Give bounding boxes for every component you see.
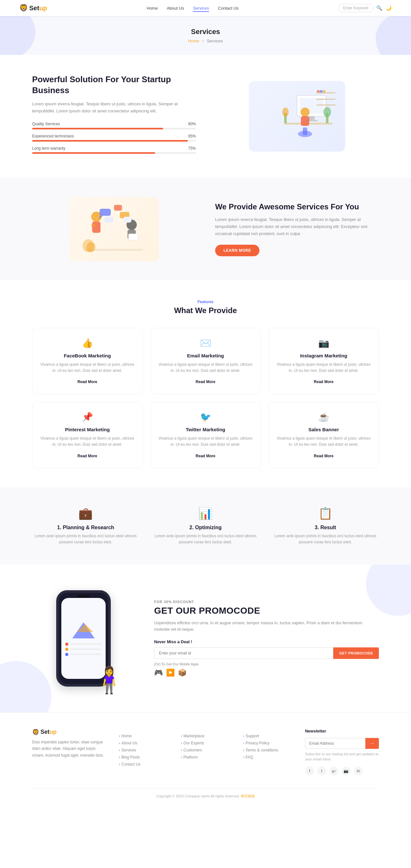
logo[interactable]: 🦁 Setup: [19, 4, 47, 12]
footer-newsletter: Newsletter → Subscribe to our mailing li…: [305, 728, 379, 776]
footer-link-support[interactable]: › Support: [243, 734, 292, 738]
blob-right: [376, 16, 411, 55]
process-icon-0: 💼: [32, 507, 139, 520]
service-card-2: 📷 Instagram Marketing Vivamus a ligula q…: [268, 328, 379, 394]
promo-email-input[interactable]: [154, 647, 333, 659]
process-icon-1: 📊: [152, 507, 259, 520]
card-link-1[interactable]: Read More: [195, 379, 215, 384]
card-icon-4: 🐦: [158, 412, 253, 422]
breadcrumb-current: Services: [207, 38, 223, 43]
newsletter-input-row: →: [305, 738, 379, 749]
search-placeholder: Enter Keyword: [343, 6, 368, 10]
footer-brand: 🦁 Setup Duis imperdiet sapien tortor, vi…: [32, 728, 106, 776]
service-card-0: 👍 FaceBook Marketing Vivamus a ligula qu…: [32, 328, 143, 394]
social-googleplus[interactable]: g+: [329, 767, 339, 776]
card-link-0[interactable]: Read More: [77, 379, 97, 384]
card-icon-5: ☕: [277, 412, 371, 422]
process-desc-1: Lorem ante ipsum primis in faucibus orci…: [152, 533, 259, 545]
card-icon-1: ✉️: [158, 338, 253, 348]
card-link-2[interactable]: Read More: [314, 379, 333, 384]
progress-value-1: 95%: [188, 134, 196, 138]
card-title-4: Twitter Marketing: [158, 427, 253, 432]
card-title-2: Instagram Marketing: [277, 353, 371, 359]
promo-content: FOR 30% DISCOUNT GET OUR PROMOCODE Uspen…: [154, 600, 379, 677]
promo-phone: 🧍‍♀️: [32, 584, 135, 693]
svg-rect-25: [99, 209, 111, 216]
phone-mountain-graphic: [71, 621, 96, 640]
nav-about[interactable]: About Us: [167, 6, 184, 10]
svg-rect-6: [303, 127, 307, 135]
powerful-illustration: [215, 81, 379, 152]
svg-rect-24: [128, 234, 138, 240]
main-nav: Home About Us Services Contact Us: [147, 5, 239, 10]
service-card-4: 🐦 Twitter Marketing Vivamus a ligula qua…: [150, 402, 261, 468]
footer-link-experts[interactable]: › Our Experts: [181, 741, 230, 745]
svg-rect-30: [124, 217, 131, 222]
card-link-5[interactable]: Read More: [314, 454, 333, 458]
footer-link-customers[interactable]: › Customers: [181, 748, 230, 752]
theme-toggle-button[interactable]: 🌙: [386, 5, 392, 11]
card-link-4[interactable]: Read More: [195, 454, 215, 458]
nav-home[interactable]: Home: [147, 6, 158, 10]
footer-link-terms[interactable]: › Terms & conditions: [243, 748, 292, 752]
footer-link-blog[interactable]: › Blog Posts: [119, 755, 168, 760]
process-desc-0: Lorem ante ipsum primis in faucibus orci…: [32, 533, 139, 545]
progress-value-0: 80%: [188, 122, 196, 126]
svg-point-7: [301, 107, 310, 117]
search-button[interactable]: 🔍: [376, 5, 382, 11]
svg-marker-35: [77, 624, 93, 632]
logo-text: Setup: [29, 4, 47, 12]
footer-col-1: › Home › About Us › Services › Blog Post…: [119, 728, 168, 776]
footer-link-contact[interactable]: › Contact Us: [119, 762, 168, 767]
social-instagram[interactable]: 📷: [342, 767, 351, 776]
logo-icon: 🦁: [19, 4, 28, 12]
powerful-text: Powerful Solution For Your Startup Busin…: [32, 74, 196, 158]
service-card-5: ☕ Sales Banner Vivamus a ligula quam tes…: [268, 402, 379, 468]
powerful-desc: Lorem ipsum viverra feugiat. Tesque libe…: [32, 100, 196, 115]
breadcrumb-separator: ›: [202, 38, 203, 43]
social-twitter[interactable]: t: [317, 767, 326, 776]
newsletter-note: Subscribe to our mailing list and get up…: [305, 751, 379, 762]
breadcrumb-home[interactable]: Home: [188, 38, 199, 43]
newsletter-submit-button[interactable]: →: [366, 738, 379, 749]
footer-logo[interactable]: 🦁 Setup: [32, 728, 106, 736]
newsletter-email-input[interactable]: [305, 738, 366, 749]
footer-link-marketplace[interactable]: › Marketplace: [181, 734, 230, 738]
nav-services[interactable]: Services: [193, 6, 209, 12]
social-icons-row: f t g+ 📷 in: [305, 767, 379, 776]
page-title: Services: [0, 28, 411, 36]
svg-rect-14: [316, 99, 336, 100]
footer-logo-text: Setup: [40, 728, 57, 735]
footer-link-platform[interactable]: › Platform: [181, 755, 230, 760]
process-item-2: 📋 3. Result Lorem ante ipsum primis in f…: [272, 507, 379, 545]
card-desc-3: Vivamus a ligula quam tesque et libero u…: [40, 435, 134, 448]
footer-link-privacy[interactable]: › Privacy Policy: [243, 741, 292, 745]
app-badge-2[interactable]: 📦: [178, 669, 187, 677]
svg-point-10: [323, 107, 331, 117]
progress-label-1: Experienced technicians: [32, 134, 74, 138]
footer-col-2: › Marketplace › Our Experts › Customers …: [181, 728, 230, 776]
card-title-1: Email Marketing: [158, 353, 253, 359]
learn-more-button[interactable]: LEARN MORE: [215, 245, 259, 256]
get-promocode-button[interactable]: GET PROMOCODE: [333, 647, 379, 659]
svg-rect-29: [104, 217, 113, 222]
footer-link-services[interactable]: › Services: [119, 748, 168, 752]
social-facebook[interactable]: f: [305, 767, 314, 776]
footer-link-home[interactable]: › Home: [119, 734, 168, 738]
footer-bottom: Copyright © 2023.Company name All rights…: [32, 788, 379, 799]
nav-contact[interactable]: Contact Us: [218, 6, 239, 10]
features-section: Features What We Provide 👍 FaceBook Mark…: [0, 280, 411, 488]
app-badge-0[interactable]: 🎮: [154, 669, 163, 677]
footer-link-about[interactable]: › About Us: [119, 741, 168, 745]
awesome-desc: Lorem ipsum viverra feugiat. Tesque libe…: [215, 216, 379, 237]
svg-rect-18: [323, 90, 325, 92]
card-link-3[interactable]: Read More: [77, 454, 97, 458]
social-linkedin[interactable]: in: [354, 767, 363, 776]
footer-logo-icon: 🦁: [32, 728, 39, 736]
svg-rect-20: [92, 222, 100, 233]
app-badge-1[interactable]: ▶️: [166, 669, 175, 677]
process-item-0: 💼 1. Planning & Research Lorem ante ipsu…: [32, 507, 139, 545]
footer-link-faq[interactable]: › FAQ: [243, 755, 292, 760]
desk-illustration: [255, 86, 339, 147]
progress-bar-1: [32, 140, 196, 142]
